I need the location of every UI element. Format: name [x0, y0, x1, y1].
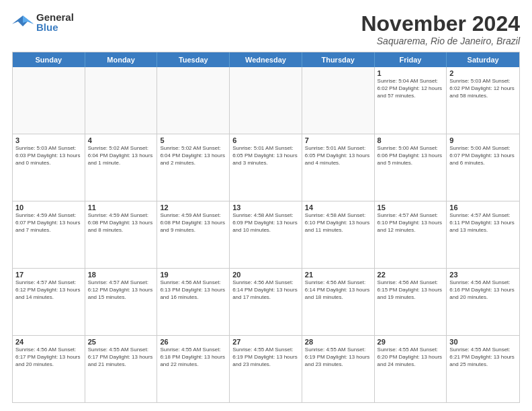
calendar-cell-r3c4: 21Sunrise: 4:56 AM Sunset: 6:14 PM Dayli… — [302, 269, 375, 335]
calendar-cell-r2c6: 16Sunrise: 4:57 AM Sunset: 6:11 PM Dayli… — [447, 201, 519, 268]
cell-info: Sunrise: 4:57 AM Sunset: 6:12 PM Dayligh… — [88, 279, 154, 301]
cell-date: 29 — [378, 338, 444, 346]
calendar-cell-r0c0 — [13, 67, 85, 134]
location: Saquarema, Rio de Janeiro, Brazil — [361, 36, 520, 46]
calendar-cell-r2c5: 15Sunrise: 4:57 AM Sunset: 6:10 PM Dayli… — [375, 201, 447, 268]
cell-date: 13 — [232, 203, 299, 212]
cell-info: Sunrise: 4:58 AM Sunset: 6:10 PM Dayligh… — [305, 212, 371, 234]
cell-info: Sunrise: 4:55 AM Sunset: 6:21 PM Dayligh… — [449, 347, 517, 368]
cell-date: 5 — [160, 136, 226, 144]
cell-info: Sunrise: 4:56 AM Sunset: 6:15 PM Dayligh… — [378, 279, 444, 301]
cell-info: Sunrise: 5:03 AM Sunset: 6:02 PM Dayligh… — [449, 78, 517, 99]
cell-date: 25 — [88, 338, 154, 346]
day-friday: Friday — [375, 52, 447, 67]
calendar-cell-r1c2: 5Sunrise: 5:02 AM Sunset: 6:04 PM Daylig… — [157, 134, 230, 201]
calendar-cell-r4c4: 28Sunrise: 4:55 AM Sunset: 6:19 PM Dayli… — [302, 336, 375, 402]
cell-info: Sunrise: 5:00 AM Sunset: 6:06 PM Dayligh… — [378, 145, 444, 167]
calendar-cell-r0c4 — [302, 67, 375, 134]
cell-date: 16 — [449, 203, 517, 212]
cell-info: Sunrise: 4:55 AM Sunset: 6:20 PM Dayligh… — [378, 347, 444, 368]
calendar-cell-r3c5: 22Sunrise: 4:56 AM Sunset: 6:15 PM Dayli… — [375, 269, 447, 335]
calendar-cell-r1c5: 8Sunrise: 5:00 AM Sunset: 6:06 PM Daylig… — [375, 134, 447, 201]
calendar-cell-r4c0: 24Sunrise: 4:56 AM Sunset: 6:17 PM Dayli… — [13, 336, 85, 402]
day-thursday: Thursday — [302, 52, 375, 67]
cell-info: Sunrise: 5:01 AM Sunset: 6:05 PM Dayligh… — [232, 145, 299, 167]
calendar-cell-r2c3: 13Sunrise: 4:58 AM Sunset: 6:09 PM Dayli… — [230, 201, 302, 268]
logo-general-text: General — [36, 12, 74, 22]
calendar-row-3: 17Sunrise: 4:57 AM Sunset: 6:12 PM Dayli… — [13, 269, 519, 336]
calendar-cell-r0c3 — [230, 67, 302, 134]
calendar-row-0: 1Sunrise: 5:04 AM Sunset: 6:02 PM Daylig… — [13, 67, 519, 134]
calendar-cell-r1c0: 3Sunrise: 5:03 AM Sunset: 6:03 PM Daylig… — [13, 134, 85, 201]
month-title: November 2024 — [361, 12, 520, 36]
day-tuesday: Tuesday — [157, 52, 230, 67]
calendar-cell-r3c1: 18Sunrise: 4:57 AM Sunset: 6:12 PM Dayli… — [85, 269, 158, 335]
calendar-cell-r2c0: 10Sunrise: 4:59 AM Sunset: 6:07 PM Dayli… — [13, 201, 85, 268]
page: General Blue November 2024 Saquarema, Ri… — [0, 0, 532, 411]
cell-date: 2 — [449, 69, 517, 77]
cell-info: Sunrise: 4:55 AM Sunset: 6:17 PM Dayligh… — [88, 347, 154, 368]
cell-date: 8 — [378, 136, 444, 144]
calendar-header: Sunday Monday Tuesday Wednesday Thursday… — [13, 52, 519, 67]
cell-info: Sunrise: 4:57 AM Sunset: 6:10 PM Dayligh… — [378, 212, 444, 234]
cell-info: Sunrise: 4:58 AM Sunset: 6:09 PM Dayligh… — [232, 212, 299, 234]
header: General Blue November 2024 Saquarema, Ri… — [12, 12, 520, 46]
cell-date: 14 — [305, 203, 371, 212]
day-monday: Monday — [85, 52, 158, 67]
calendar-row-2: 10Sunrise: 4:59 AM Sunset: 6:07 PM Dayli… — [13, 201, 519, 269]
cell-date: 11 — [88, 203, 154, 212]
cell-date: 28 — [305, 338, 371, 346]
calendar-cell-r1c6: 9Sunrise: 5:00 AM Sunset: 6:07 PM Daylig… — [447, 134, 519, 201]
cell-date: 4 — [88, 136, 154, 144]
cell-date: 10 — [15, 203, 82, 212]
cell-info: Sunrise: 4:56 AM Sunset: 6:17 PM Dayligh… — [15, 347, 82, 368]
cell-date: 26 — [160, 338, 226, 346]
cell-info: Sunrise: 5:02 AM Sunset: 6:04 PM Dayligh… — [160, 145, 226, 167]
day-wednesday: Wednesday — [230, 52, 302, 67]
day-sunday: Sunday — [13, 52, 85, 67]
cell-date: 27 — [232, 338, 299, 346]
cell-date: 12 — [160, 203, 226, 212]
calendar-cell-r2c4: 14Sunrise: 4:58 AM Sunset: 6:10 PM Dayli… — [302, 201, 375, 268]
cell-info: Sunrise: 5:04 AM Sunset: 6:02 PM Dayligh… — [378, 78, 444, 99]
calendar-cell-r0c2 — [157, 67, 230, 134]
cell-date: 21 — [305, 271, 371, 279]
cell-info: Sunrise: 4:56 AM Sunset: 6:14 PM Dayligh… — [305, 279, 371, 301]
calendar-cell-r0c6: 2Sunrise: 5:03 AM Sunset: 6:02 PM Daylig… — [447, 67, 519, 134]
calendar-cell-r4c1: 25Sunrise: 4:55 AM Sunset: 6:17 PM Dayli… — [85, 336, 158, 402]
cell-date: 22 — [378, 271, 444, 279]
calendar-cell-r3c2: 19Sunrise: 4:56 AM Sunset: 6:13 PM Dayli… — [157, 269, 230, 335]
calendar-cell-r1c3: 6Sunrise: 5:01 AM Sunset: 6:05 PM Daylig… — [230, 134, 302, 201]
calendar-cell-r4c2: 26Sunrise: 4:55 AM Sunset: 6:18 PM Dayli… — [157, 336, 230, 402]
cell-date: 6 — [232, 136, 299, 144]
logo-bird-icon — [12, 13, 34, 32]
cell-date: 24 — [15, 338, 82, 346]
cell-info: Sunrise: 4:55 AM Sunset: 6:18 PM Dayligh… — [160, 347, 226, 368]
cell-info: Sunrise: 4:55 AM Sunset: 6:19 PM Dayligh… — [232, 347, 299, 368]
calendar-cell-r3c3: 20Sunrise: 4:56 AM Sunset: 6:14 PM Dayli… — [230, 269, 302, 335]
calendar-cell-r2c2: 12Sunrise: 4:59 AM Sunset: 6:08 PM Dayli… — [157, 201, 230, 268]
cell-info: Sunrise: 4:57 AM Sunset: 6:11 PM Dayligh… — [449, 212, 517, 234]
cell-info: Sunrise: 5:03 AM Sunset: 6:03 PM Dayligh… — [15, 145, 82, 167]
day-saturday: Saturday — [447, 52, 519, 67]
calendar-row-4: 24Sunrise: 4:56 AM Sunset: 6:17 PM Dayli… — [13, 336, 519, 402]
cell-info: Sunrise: 5:01 AM Sunset: 6:05 PM Dayligh… — [305, 145, 371, 167]
title-area: November 2024 Saquarema, Rio de Janeiro,… — [361, 12, 520, 46]
cell-info: Sunrise: 4:59 AM Sunset: 6:08 PM Dayligh… — [160, 212, 226, 234]
cell-info: Sunrise: 4:59 AM Sunset: 6:07 PM Dayligh… — [15, 212, 82, 234]
cell-date: 3 — [15, 136, 82, 144]
calendar-row-1: 3Sunrise: 5:03 AM Sunset: 6:03 PM Daylig… — [13, 134, 519, 201]
cell-info: Sunrise: 4:56 AM Sunset: 6:14 PM Dayligh… — [232, 279, 299, 301]
calendar-cell-r3c6: 23Sunrise: 4:56 AM Sunset: 6:16 PM Dayli… — [447, 269, 519, 335]
calendar-cell-r4c6: 30Sunrise: 4:55 AM Sunset: 6:21 PM Dayli… — [447, 336, 519, 402]
cell-date: 19 — [160, 271, 226, 279]
calendar-cell-r0c5: 1Sunrise: 5:04 AM Sunset: 6:02 PM Daylig… — [375, 67, 447, 134]
calendar-cell-r0c1 — [85, 67, 158, 134]
cell-info: Sunrise: 4:57 AM Sunset: 6:12 PM Dayligh… — [15, 279, 82, 301]
logo-blue-text: Blue — [36, 22, 74, 32]
cell-date: 7 — [305, 136, 371, 144]
cell-date: 1 — [378, 69, 444, 77]
cell-date: 23 — [449, 271, 517, 279]
calendar-body: 1Sunrise: 5:04 AM Sunset: 6:02 PM Daylig… — [13, 67, 519, 402]
calendar-cell-r4c3: 27Sunrise: 4:55 AM Sunset: 6:19 PM Dayli… — [230, 336, 302, 402]
